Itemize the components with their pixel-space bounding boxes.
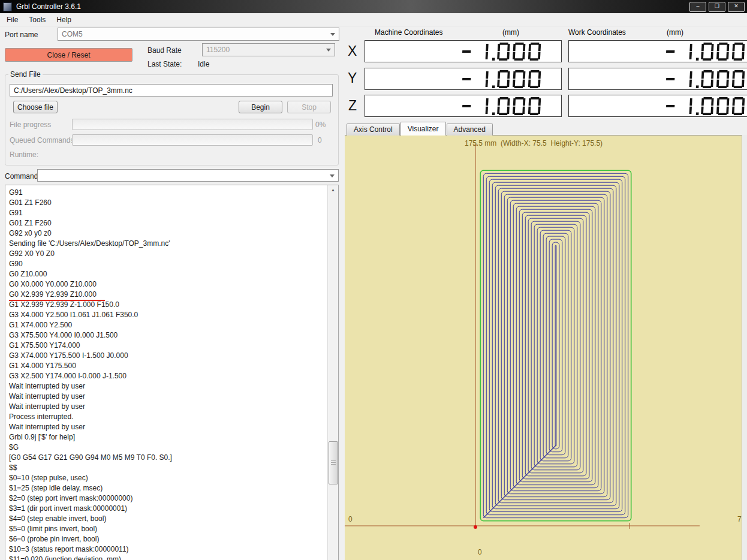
visualizer-pane: 175.5 mm (Width-X: 75.5 Height-Y: 175.5)…: [345, 135, 747, 560]
machine-coordinates-header: Machine Coordinates: [375, 28, 442, 37]
log-line: Grbl 0.9j ['$' for help]: [9, 432, 328, 442]
chevron-down-icon: [330, 174, 335, 177]
file-path-value: C:/Users/Alex/Desktop/TOP_3mm.nc: [14, 86, 132, 95]
app-window: Grbl Controller 3.6.1 – ❐ ✕ FileToolsHel…: [0, 0, 747, 560]
last-state-value: Idle: [198, 60, 209, 68]
queued-commands-value: 0: [318, 136, 322, 144]
log-line: G91: [9, 188, 328, 198]
log-line: Process interrupted.: [9, 412, 328, 422]
console-log[interactable]: G91G01 Z1 F260G91G01 Z1 F260G92 x0 y0 z0…: [5, 185, 339, 560]
baud-rate-label: Baud Rate: [147, 46, 182, 55]
port-combobox[interactable]: COM5: [58, 28, 339, 41]
log-line: $0=10 (step pulse, usec): [9, 473, 328, 483]
choose-file-label: Choose file: [17, 103, 53, 112]
file-progress-label: File progress: [10, 121, 51, 129]
stop-label: Stop: [302, 103, 317, 112]
log-line: Wait interrupted by user: [9, 402, 328, 412]
log-line: [G0 G54 G17 G21 G90 G94 M0 M5 M9 T0 F0. …: [9, 453, 328, 463]
close-button[interactable]: ✕: [728, 2, 745, 12]
command-input[interactable]: [37, 169, 339, 182]
work-coordinates-header: Work Coordinates: [568, 28, 626, 37]
log-line: G3 X74.000 Y175.500 I-1.500 J0.000: [9, 351, 328, 361]
app-icon: [3, 2, 12, 11]
log-line: $1=25 (step idle delay, msec): [9, 483, 328, 493]
axis-label-x: X: [348, 43, 357, 59]
log-line: $3=1 (dir port invert mask:00000001): [9, 504, 328, 514]
visualizer-scrollbar[interactable]: [742, 135, 747, 560]
file-path-input[interactable]: C:/Users/Alex/Desktop/TOP_3mm.nc: [10, 84, 333, 97]
minimize-button[interactable]: –: [689, 2, 706, 12]
log-line: G3 X4.000 Y2.500 I1.061 J1.061 F350.0: [9, 310, 328, 320]
log-line: $4=0 (step enable invert, bool): [9, 514, 328, 524]
log-line: $5=0 (limit pins invert, bool): [9, 524, 328, 534]
machine-z-display: [365, 95, 562, 117]
runtime-label: Runtime:: [10, 150, 38, 159]
command-label: Command: [5, 172, 38, 180]
log-line: G0 X2.939 Y2.939 Z10.000: [9, 290, 328, 300]
log-line: Wait interrupted by user: [9, 392, 328, 402]
log-line: G3 X75.500 Y4.000 I0.000 J1.500: [9, 330, 328, 341]
tab-axis-control[interactable]: Axis Control: [347, 124, 400, 136]
tab-bar: Axis ControlVisualizerAdvanced: [347, 122, 493, 136]
scroll-up-icon[interactable]: ▲: [328, 185, 338, 195]
log-line: G1 X75.500 Y174.000: [9, 341, 328, 351]
stop-button[interactable]: Stop: [287, 101, 331, 113]
axis-label-z: Z: [348, 98, 357, 114]
log-line: G1 X74.000 Y2.500: [9, 320, 328, 330]
menubar: FileToolsHelp: [0, 13, 747, 26]
log-line: Wait interrupted by user: [9, 422, 328, 432]
tab-advanced[interactable]: Advanced: [447, 124, 493, 136]
choose-file-button[interactable]: Choose file: [13, 101, 58, 113]
log-line: G3 X2.500 Y174.000 I-0.000 J-1.500: [9, 371, 328, 381]
log-line: G01 Z1 F260: [9, 198, 328, 208]
work-y-display: [568, 68, 747, 90]
titlebar: Grbl Controller 3.6.1 – ❐ ✕: [0, 0, 747, 13]
console-log-content: G91G01 Z1 F260G91G01 Z1 F260G92 x0 y0 z0…: [5, 185, 328, 560]
queued-commands-label: Queued Commands: [10, 136, 74, 144]
work-z-display: [568, 95, 747, 117]
log-scrollbar-thumb[interactable]: [329, 441, 338, 484]
last-state-label: Last State:: [147, 60, 182, 68]
maximize-button[interactable]: ❐: [709, 2, 725, 12]
chevron-down-icon: [326, 49, 331, 52]
file-progress-bar: [72, 119, 313, 130]
menu-item-file[interactable]: File: [1, 14, 23, 26]
work-x-display: [568, 40, 747, 62]
log-line: $2=0 (step port invert mask:00000000): [9, 493, 328, 504]
close-reset-button[interactable]: Close / Reset: [5, 48, 132, 62]
log-line: G90: [9, 259, 328, 269]
baud-rate-combobox[interactable]: 115200: [202, 43, 335, 56]
baud-rate-value: 115200: [206, 46, 230, 54]
axis-label-y: Y: [348, 70, 357, 86]
machine-x-display: [365, 40, 562, 62]
menu-item-help[interactable]: Help: [51, 14, 77, 26]
log-line: G0 Z10.000: [9, 269, 328, 279]
close-reset-label: Close / Reset: [47, 51, 90, 59]
log-line: Wait interrupted by user: [9, 381, 328, 392]
visualizer-info-text: 175.5 mm (Width-X: 75.5 Height-Y: 175.5): [465, 139, 603, 147]
send-file-group-title: Send File: [8, 70, 43, 79]
log-line: G0 X0.000 Y0.000 Z10.000: [9, 279, 328, 290]
log-line: $$: [9, 463, 328, 473]
machine-units-label: (mm): [502, 28, 519, 37]
window-controls: – ❐ ✕: [689, 2, 745, 12]
log-line: G92 X0 Y0 Z0: [9, 249, 328, 259]
axis-left-zero-label: 0: [348, 515, 353, 523]
log-line: G92 x0 y0 z0: [9, 228, 328, 239]
axis-bottom-zero-label: 0: [478, 548, 482, 556]
work-units-label: (mm): [667, 28, 683, 37]
window-title: Grbl Controller 3.6.1: [16, 2, 81, 11]
log-line: G91: [9, 208, 328, 218]
port-value: COM5: [62, 30, 83, 38]
queued-commands-bar: [72, 134, 313, 146]
tab-visualizer[interactable]: Visualizer: [400, 122, 446, 136]
log-line: $6=0 (probe pin invert, bool): [9, 534, 328, 544]
chevron-down-icon: [330, 33, 335, 36]
menu-item-tools[interactable]: Tools: [23, 14, 51, 26]
log-line: $11=0.020 (junction deviation, mm): [9, 555, 328, 560]
toolpath-canvas: [345, 136, 747, 560]
log-scrollbar[interactable]: ▲: [327, 185, 338, 560]
begin-label: Begin: [251, 103, 270, 112]
log-line: Sending file 'C:/Users/Alex/Desktop/TOP_…: [9, 239, 328, 249]
begin-button[interactable]: Begin: [239, 101, 282, 113]
